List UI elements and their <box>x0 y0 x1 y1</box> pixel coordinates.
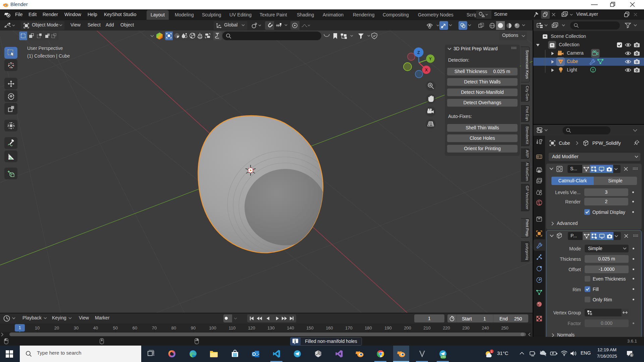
svg-text:X: X <box>425 68 428 72</box>
svg-text:1: 1 <box>491 350 492 353</box>
svg-text:Y: Y <box>429 57 432 61</box>
svg-text:Z: Z <box>417 50 420 55</box>
svg-text:6: 6 <box>631 354 632 357</box>
